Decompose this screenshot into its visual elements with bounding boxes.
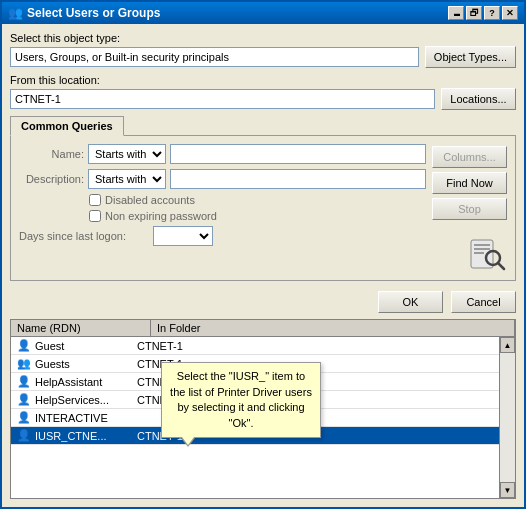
result-name: INTERACTIVE — [35, 412, 108, 424]
result-name: IUSR_CTNE... — [35, 430, 107, 442]
search-icon — [467, 232, 507, 272]
minimize-button[interactable]: 🗕 — [448, 6, 464, 20]
name-row: Name: Starts with Is exactly Ends with C… — [19, 144, 426, 164]
query-section: Name: Starts with Is exactly Ends with C… — [19, 144, 426, 272]
tooltip: Select the "IUSR_" item to the list of P… — [161, 362, 321, 438]
ok-button[interactable]: OK — [378, 291, 443, 313]
close-button[interactable]: ✕ — [502, 6, 518, 20]
object-type-input[interactable] — [10, 47, 419, 67]
result-name-cell: 👤 Guest — [11, 338, 131, 353]
non-expiring-password-row: Non expiring password — [89, 210, 426, 222]
search-icon-area — [432, 232, 507, 272]
non-expiring-password-checkbox[interactable] — [89, 210, 101, 222]
svg-rect-3 — [474, 252, 484, 254]
non-expiring-password-label: Non expiring password — [105, 210, 217, 222]
columns-button[interactable]: Columns... — [432, 146, 507, 168]
object-types-button[interactable]: Object Types... — [425, 46, 516, 68]
result-name: HelpAssistant — [35, 376, 102, 388]
window-title: Select Users or Groups — [27, 6, 160, 20]
scrollbar-up-button[interactable]: ▲ — [500, 337, 515, 353]
results-wrapper: 👤 Guest CTNET-1 👥 Guests CTNET-1 👤 HelpA… — [10, 336, 516, 499]
restore-button[interactable]: 🗗 — [466, 6, 482, 20]
locations-button[interactable]: Locations... — [441, 88, 516, 110]
object-type-section: Select this object type: Object Types... — [10, 32, 516, 68]
col-header-name: Name (RDN) — [11, 320, 151, 336]
location-input[interactable] — [10, 89, 435, 109]
object-type-label: Select this object type: — [10, 32, 516, 44]
name-starts-with-select[interactable]: Starts with Is exactly Ends with Contain… — [88, 144, 166, 164]
svg-rect-1 — [474, 244, 490, 246]
query-and-buttons: Name: Starts with Is exactly Ends with C… — [19, 144, 507, 272]
bottom-buttons: OK Cancel — [10, 291, 516, 313]
result-name-cell: 👤 IUSR_CTNE... — [11, 428, 131, 443]
vertical-scrollbar[interactable]: ▲ ▼ — [499, 337, 515, 498]
cancel-button[interactable]: Cancel — [451, 291, 516, 313]
tab-header: Common Queries — [10, 116, 516, 136]
result-name-cell: 👥 Guests — [11, 356, 131, 371]
find-now-button[interactable]: Find Now — [432, 172, 507, 194]
tooltip-text: Select the "IUSR_" item to the list of P… — [170, 370, 312, 428]
title-bar-buttons: 🗕 🗗 ? ✕ — [448, 6, 518, 20]
description-label: Description: — [19, 173, 84, 185]
result-name-cell: 👤 HelpAssistant — [11, 374, 131, 389]
user-icon: 👤 — [17, 411, 31, 424]
stop-button[interactable]: Stop — [432, 198, 507, 220]
user-icon: 👤 — [17, 429, 31, 442]
table-row[interactable]: 👤 Guest CTNET-1 — [11, 337, 515, 355]
disabled-accounts-checkbox[interactable] — [89, 194, 101, 206]
queries-panel: Common Queries Name: Starts with Is exac… — [10, 116, 516, 281]
days-since-logon-label: Days since last logon: — [19, 230, 149, 242]
result-name: HelpServices... — [35, 394, 109, 406]
help-button[interactable]: ? — [484, 6, 500, 20]
result-folder-cell: CTNET-1 — [131, 339, 211, 353]
user-icon: 👤 — [17, 393, 31, 406]
result-name: Guest — [35, 340, 64, 352]
user-icon: 👤 — [17, 339, 31, 352]
select-users-dialog: 👥 Select Users or Groups 🗕 🗗 ? ✕ Select … — [0, 0, 526, 509]
description-row: Description: Starts with Is exactly Ends… — [19, 169, 426, 189]
dialog-content: Select this object type: Object Types...… — [2, 24, 524, 507]
result-name-cell: 👤 HelpServices... — [11, 392, 131, 407]
col-header-folder: In Folder — [151, 320, 515, 336]
result-name: Guests — [35, 358, 70, 370]
location-label: From this location: — [10, 74, 516, 86]
location-section: From this location: Locations... — [10, 74, 516, 110]
days-since-logon-select[interactable] — [153, 226, 213, 246]
tooltip-tail — [182, 437, 194, 445]
days-since-logon-row: Days since last logon: — [19, 226, 426, 246]
right-buttons: Columns... Find Now Stop — [432, 144, 507, 272]
description-input[interactable] — [170, 169, 426, 189]
description-starts-with-select[interactable]: Starts with Is exactly Ends with Contain… — [88, 169, 166, 189]
disabled-accounts-row: Disabled accounts — [89, 194, 426, 206]
window-icon: 👥 — [8, 6, 23, 20]
svg-rect-2 — [474, 248, 490, 250]
disabled-accounts-label: Disabled accounts — [105, 194, 195, 206]
name-input[interactable] — [170, 144, 426, 164]
results-header: Name (RDN) In Folder — [10, 319, 516, 336]
title-bar-title: 👥 Select Users or Groups — [8, 6, 160, 20]
tab-content: Name: Starts with Is exactly Ends with C… — [10, 135, 516, 281]
name-label: Name: — [19, 148, 84, 160]
common-queries-tab[interactable]: Common Queries — [10, 116, 124, 136]
results-area: Name (RDN) In Folder 👤 Guest CTNET-1 👥 G… — [10, 319, 516, 499]
title-bar: 👥 Select Users or Groups 🗕 🗗 ? ✕ — [2, 2, 524, 24]
scrollbar-track[interactable] — [500, 353, 515, 482]
user-icon: 👤 — [17, 375, 31, 388]
scrollbar-down-button[interactable]: ▼ — [500, 482, 515, 498]
svg-line-5 — [498, 263, 504, 269]
object-type-row: Object Types... — [10, 46, 516, 68]
user-icon: 👥 — [17, 357, 31, 370]
location-row: Locations... — [10, 88, 516, 110]
result-name-cell: 👤 INTERACTIVE — [11, 410, 131, 425]
